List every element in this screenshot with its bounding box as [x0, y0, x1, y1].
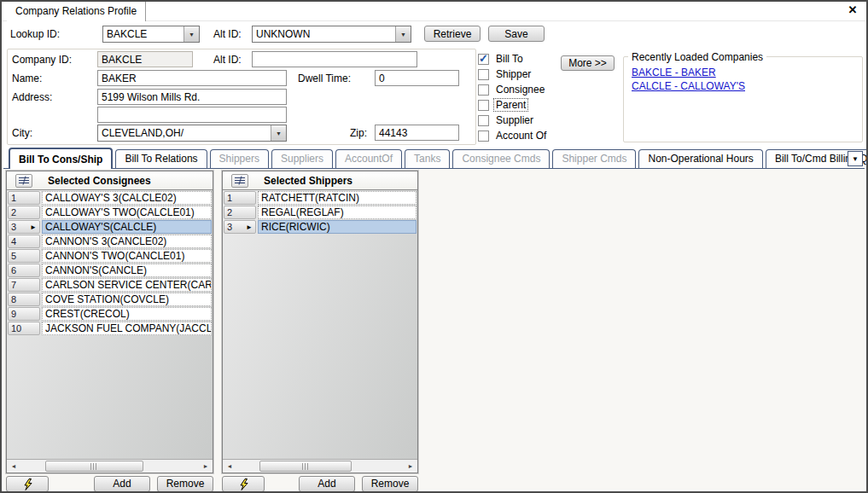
- scrollbar-thumb[interactable]: [259, 461, 352, 472]
- row-number-cell[interactable]: 3►: [224, 220, 256, 234]
- tab-shipper-cmds[interactable]: Shipper Cmds: [552, 149, 636, 168]
- grid-row[interactable]: 1RATCHETT(RATCIN): [223, 191, 417, 206]
- tab-suppliers[interactable]: Suppliers: [271, 149, 333, 168]
- more-button[interactable]: More >>: [561, 55, 615, 71]
- company-id-field[interactable]: [97, 51, 193, 67]
- scroll-left-icon[interactable]: ◄: [223, 460, 236, 473]
- address-field[interactable]: [97, 89, 287, 105]
- consignees-panel: Selected Consignees 1CALLOWAY'S 3(CALCLE…: [6, 171, 213, 492]
- scrollbar-track[interactable]: [20, 460, 199, 473]
- city-combo[interactable]: CLEVELAND,OH/ ▼: [97, 125, 287, 142]
- row-number-cell[interactable]: 8: [8, 293, 40, 306]
- checkbox-box-icon[interactable]: [478, 69, 489, 80]
- checkbox-box-icon[interactable]: [478, 100, 489, 111]
- checkbox-shipper[interactable]: Shipper: [478, 68, 533, 80]
- checkbox-box-icon[interactable]: [478, 54, 489, 65]
- tab-bill-to-relations[interactable]: Bill To Relations: [115, 149, 207, 168]
- row-number-cell[interactable]: 4: [8, 235, 40, 248]
- close-icon[interactable]: ✕: [846, 3, 859, 17]
- checkbox-box-icon[interactable]: [478, 130, 489, 142]
- row-number-cell[interactable]: 2: [8, 206, 40, 219]
- grid-row[interactable]: 4CANNON'S 3(CANCLE02): [7, 235, 213, 249]
- tab-overflow-button[interactable]: ▼: [848, 151, 863, 166]
- grid-corner-cell[interactable]: [7, 171, 41, 189]
- grid-row[interactable]: 2REGAL(REGLAF): [223, 206, 417, 220]
- shippers-lightning-button[interactable]: [222, 476, 265, 492]
- document-tab-title[interactable]: Company Relations Profile: [7, 2, 146, 21]
- row-value-cell[interactable]: CARLSON SERVICE CENTER(CARCLE: [42, 278, 212, 292]
- shippers-horizontal-scrollbar[interactable]: ◄ ►: [223, 459, 417, 473]
- shippers-add-button[interactable]: Add: [299, 476, 355, 492]
- scroll-left-icon[interactable]: ◄: [7, 460, 20, 473]
- checkbox-box-icon[interactable]: [478, 115, 489, 126]
- address-line2-field[interactable]: [97, 107, 287, 123]
- name-field[interactable]: [97, 70, 287, 86]
- row-number-cell[interactable]: 7: [8, 278, 40, 292]
- row-value-cell[interactable]: CREST(CRECOL): [42, 307, 212, 321]
- scroll-right-icon[interactable]: ►: [199, 460, 213, 473]
- grid-row[interactable]: 1CALLOWAY'S 3(CALCLE02): [7, 191, 213, 206]
- form-alt-id-field[interactable]: [252, 51, 417, 67]
- row-number-cell[interactable]: 2: [224, 206, 256, 219]
- row-number-cell[interactable]: 6: [8, 264, 40, 277]
- shippers-remove-button[interactable]: Remove: [362, 476, 418, 492]
- tab-non-operational-hours[interactable]: Non-Operational Hours: [638, 149, 762, 168]
- checkbox-bill-to[interactable]: Bill To: [478, 53, 525, 65]
- tab-consignee-cmds[interactable]: Consignee Cmds: [452, 149, 550, 168]
- row-number-cell[interactable]: 10: [8, 322, 40, 335]
- chevron-down-icon[interactable]: ▼: [184, 26, 199, 42]
- row-value-cell[interactable]: RICE(RICWIC): [258, 220, 417, 234]
- row-number-cell[interactable]: 5: [8, 249, 40, 263]
- recent-company-link[interactable]: BAKCLE - BAKER: [632, 67, 745, 78]
- toolbar-alt-id-combo[interactable]: UNKNOWN ▼: [252, 26, 411, 43]
- chevron-down-icon[interactable]: ▼: [271, 125, 286, 141]
- checkbox-account-of[interactable]: Account Of: [478, 130, 548, 142]
- checkbox-supplier[interactable]: Supplier: [478, 114, 535, 126]
- row-number-cell[interactable]: 3►: [8, 220, 40, 234]
- checkbox-consignee[interactable]: Consignee: [478, 84, 546, 96]
- tab-shippers[interactable]: Shippers: [210, 149, 269, 168]
- grid-row[interactable]: 3►RICE(RICWIC): [223, 220, 417, 235]
- grid-row[interactable]: 6CANNON'S(CANCLE): [7, 264, 213, 278]
- row-number-cell[interactable]: 1: [8, 191, 40, 205]
- tab-bill-to-cons-ship[interactable]: Bill To Cons/Ship: [9, 148, 113, 169]
- row-value-cell[interactable]: CANNON'S 3(CANCLE02): [42, 235, 212, 248]
- consignees-lightning-button[interactable]: [6, 476, 49, 492]
- row-value-cell[interactable]: REGAL(REGLAF): [258, 206, 417, 219]
- row-value-cell[interactable]: CANNON'S(CANCLE): [42, 264, 212, 277]
- dwell-time-field[interactable]: [375, 70, 459, 86]
- grid-row[interactable]: 3►CALLOWAY'S(CALCLE): [7, 220, 213, 235]
- grid-row[interactable]: 7CARLSON SERVICE CENTER(CARCLE: [7, 278, 213, 293]
- tab-tanks[interactable]: Tanks: [405, 149, 450, 168]
- row-value-cell[interactable]: CALLOWAY'S TWO(CALCLE01): [42, 206, 212, 219]
- grid-row[interactable]: 8COVE STATION(COVCLE): [7, 293, 213, 307]
- checkbox-parent[interactable]: Parent: [478, 99, 527, 111]
- chevron-down-icon[interactable]: ▼: [395, 26, 411, 42]
- row-value-cell[interactable]: CALLOWAY'S(CALCLE): [42, 220, 212, 234]
- checkbox-box-icon[interactable]: [478, 84, 489, 96]
- grid-row[interactable]: 5CANNON'S TWO(CANCLE01): [7, 249, 213, 264]
- row-number-cell[interactable]: 9: [8, 307, 40, 321]
- grid-row[interactable]: 9CREST(CRECOL): [7, 307, 213, 322]
- row-value-cell[interactable]: RATCHETT(RATCIN): [258, 191, 417, 205]
- retrieve-button[interactable]: Retrieve: [424, 26, 481, 42]
- row-value-cell[interactable]: COVE STATION(COVCLE): [42, 293, 212, 306]
- save-button[interactable]: Save: [488, 26, 545, 42]
- zip-field[interactable]: [375, 125, 459, 141]
- row-value-cell[interactable]: CANNON'S TWO(CANCLE01): [42, 249, 212, 263]
- scrollbar-track[interactable]: [236, 460, 404, 473]
- consignees-remove-button[interactable]: Remove: [157, 476, 213, 492]
- scroll-right-icon[interactable]: ►: [404, 460, 417, 473]
- tab-accountof[interactable]: AccountOf: [335, 149, 402, 168]
- consignees-horizontal-scrollbar[interactable]: ◄ ►: [7, 459, 213, 473]
- recent-company-link[interactable]: CALCLE - CALLOWAY'S: [632, 80, 745, 92]
- grid-corner-cell[interactable]: [223, 171, 257, 189]
- grid-row[interactable]: 2CALLOWAY'S TWO(CALCLE01): [7, 206, 213, 220]
- row-number-cell[interactable]: 1: [224, 191, 256, 205]
- grid-row[interactable]: 10JACKSON FUEL COMPANY(JACCLE): [7, 322, 213, 336]
- scrollbar-thumb[interactable]: [45, 461, 143, 472]
- row-value-cell[interactable]: CALLOWAY'S 3(CALCLE02): [42, 191, 212, 205]
- consignees-add-button[interactable]: Add: [94, 476, 150, 492]
- lookup-id-combo[interactable]: BAKCLE ▼: [102, 26, 200, 43]
- row-value-cell[interactable]: JACKSON FUEL COMPANY(JACCLE): [42, 322, 212, 335]
